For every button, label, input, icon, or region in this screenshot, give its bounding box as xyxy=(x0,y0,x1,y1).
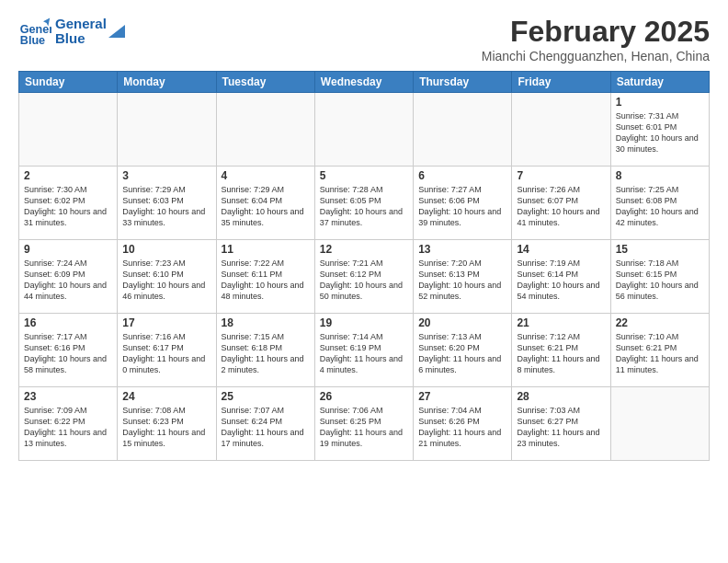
day-number: 4 xyxy=(222,169,310,182)
table-row: 17Sunrise: 7:16 AM Sunset: 6:17 PM Dayli… xyxy=(118,314,216,387)
day-number: 2 xyxy=(24,169,112,182)
day-content: Sunrise: 7:10 AM Sunset: 6:21 PM Dayligh… xyxy=(616,331,704,376)
day-number: 20 xyxy=(418,316,506,329)
day-content: Sunrise: 7:08 AM Sunset: 6:23 PM Dayligh… xyxy=(122,405,210,450)
day-number: 22 xyxy=(616,316,704,329)
day-number: 16 xyxy=(24,316,112,329)
day-number: 21 xyxy=(517,316,605,329)
day-number: 19 xyxy=(320,316,408,329)
table-row: 12Sunrise: 7:21 AM Sunset: 6:12 PM Dayli… xyxy=(314,240,413,314)
day-number: 27 xyxy=(418,390,506,403)
svg-text:Blue: Blue xyxy=(20,34,45,47)
day-content: Sunrise: 7:21 AM Sunset: 6:12 PM Dayligh… xyxy=(320,258,408,303)
col-tuesday: Tuesday xyxy=(216,72,314,93)
day-content: Sunrise: 7:29 AM Sunset: 6:03 PM Dayligh… xyxy=(122,184,210,229)
logo: General Blue General Blue xyxy=(18,15,125,48)
table-row xyxy=(216,93,314,167)
title-section: February 2025 Mianchi Chengguanzhen, Hen… xyxy=(482,15,710,63)
table-row xyxy=(19,93,118,167)
table-row: 19Sunrise: 7:14 AM Sunset: 6:19 PM Dayli… xyxy=(314,314,413,387)
col-thursday: Thursday xyxy=(414,72,512,93)
day-number: 10 xyxy=(122,243,210,256)
table-row: 27Sunrise: 7:04 AM Sunset: 6:26 PM Dayli… xyxy=(414,387,512,461)
day-number: 26 xyxy=(320,390,408,403)
day-content: Sunrise: 7:06 AM Sunset: 6:25 PM Dayligh… xyxy=(320,405,408,450)
day-number: 7 xyxy=(517,169,605,182)
header: General Blue General Blue February 2025 … xyxy=(18,15,710,63)
day-content: Sunrise: 7:25 AM Sunset: 6:08 PM Dayligh… xyxy=(616,184,704,229)
day-content: Sunrise: 7:30 AM Sunset: 6:02 PM Dayligh… xyxy=(24,184,112,229)
day-content: Sunrise: 7:07 AM Sunset: 6:24 PM Dayligh… xyxy=(222,405,310,450)
day-content: Sunrise: 7:04 AM Sunset: 6:26 PM Dayligh… xyxy=(418,405,506,450)
logo-triangle-icon xyxy=(108,17,125,38)
day-number: 11 xyxy=(222,243,310,256)
table-row xyxy=(414,93,512,167)
day-number: 8 xyxy=(616,169,704,182)
day-content: Sunrise: 7:23 AM Sunset: 6:10 PM Dayligh… xyxy=(122,258,210,303)
page: General Blue General Blue February 2025 … xyxy=(0,0,728,563)
day-content: Sunrise: 7:09 AM Sunset: 6:22 PM Dayligh… xyxy=(24,405,112,450)
table-row: 14Sunrise: 7:19 AM Sunset: 6:14 PM Dayli… xyxy=(512,240,610,314)
table-row: 10Sunrise: 7:23 AM Sunset: 6:10 PM Dayli… xyxy=(118,240,216,314)
table-row: 22Sunrise: 7:10 AM Sunset: 6:21 PM Dayli… xyxy=(610,314,709,387)
table-row xyxy=(314,93,413,167)
location: Mianchi Chengguanzhen, Henan, China xyxy=(482,49,710,63)
day-number: 25 xyxy=(222,390,310,403)
day-content: Sunrise: 7:15 AM Sunset: 6:18 PM Dayligh… xyxy=(222,331,310,376)
day-content: Sunrise: 7:24 AM Sunset: 6:09 PM Dayligh… xyxy=(24,258,112,303)
table-row: 15Sunrise: 7:18 AM Sunset: 6:15 PM Dayli… xyxy=(610,240,709,314)
day-content: Sunrise: 7:16 AM Sunset: 6:17 PM Dayligh… xyxy=(122,331,210,376)
table-row: 1Sunrise: 7:31 AM Sunset: 6:01 PM Daylig… xyxy=(610,93,709,167)
day-number: 14 xyxy=(517,243,605,256)
table-row: 21Sunrise: 7:12 AM Sunset: 6:21 PM Dayli… xyxy=(512,314,610,387)
day-content: Sunrise: 7:31 AM Sunset: 6:01 PM Dayligh… xyxy=(616,110,704,155)
table-row xyxy=(610,387,709,461)
table-row: 7Sunrise: 7:26 AM Sunset: 6:07 PM Daylig… xyxy=(512,167,610,240)
day-number: 28 xyxy=(517,390,605,403)
col-saturday: Saturday xyxy=(610,72,709,93)
calendar-table: Sunday Monday Tuesday Wednesday Thursday… xyxy=(18,71,710,461)
svg-marker-3 xyxy=(108,25,125,38)
day-content: Sunrise: 7:03 AM Sunset: 6:27 PM Dayligh… xyxy=(517,405,605,450)
day-content: Sunrise: 7:19 AM Sunset: 6:14 PM Dayligh… xyxy=(517,258,605,303)
col-wednesday: Wednesday xyxy=(314,72,413,93)
table-row xyxy=(512,93,610,167)
calendar-week-row: 2Sunrise: 7:30 AM Sunset: 6:02 PM Daylig… xyxy=(19,167,710,240)
calendar-week-row: 1Sunrise: 7:31 AM Sunset: 6:01 PM Daylig… xyxy=(19,93,710,167)
day-number: 1 xyxy=(616,96,704,109)
day-content: Sunrise: 7:17 AM Sunset: 6:16 PM Dayligh… xyxy=(24,331,112,376)
logo-blue: Blue xyxy=(55,31,107,47)
day-number: 13 xyxy=(418,243,506,256)
day-number: 6 xyxy=(418,169,506,182)
table-row: 25Sunrise: 7:07 AM Sunset: 6:24 PM Dayli… xyxy=(216,387,314,461)
month-title: February 2025 xyxy=(482,15,710,49)
logo-icon: General Blue xyxy=(18,15,51,48)
table-row: 3Sunrise: 7:29 AM Sunset: 6:03 PM Daylig… xyxy=(118,167,216,240)
day-number: 17 xyxy=(122,316,210,329)
table-row: 5Sunrise: 7:28 AM Sunset: 6:05 PM Daylig… xyxy=(314,167,413,240)
day-number: 9 xyxy=(24,243,112,256)
table-row: 28Sunrise: 7:03 AM Sunset: 6:27 PM Dayli… xyxy=(512,387,610,461)
day-number: 18 xyxy=(222,316,310,329)
calendar-week-row: 9Sunrise: 7:24 AM Sunset: 6:09 PM Daylig… xyxy=(19,240,710,314)
table-row: 23Sunrise: 7:09 AM Sunset: 6:22 PM Dayli… xyxy=(19,387,118,461)
table-row: 18Sunrise: 7:15 AM Sunset: 6:18 PM Dayli… xyxy=(216,314,314,387)
day-content: Sunrise: 7:27 AM Sunset: 6:06 PM Dayligh… xyxy=(418,184,506,229)
table-row: 26Sunrise: 7:06 AM Sunset: 6:25 PM Dayli… xyxy=(314,387,413,461)
table-row xyxy=(118,93,216,167)
col-sunday: Sunday xyxy=(19,72,118,93)
day-content: Sunrise: 7:28 AM Sunset: 6:05 PM Dayligh… xyxy=(320,184,408,229)
day-number: 5 xyxy=(320,169,408,182)
day-content: Sunrise: 7:29 AM Sunset: 6:04 PM Dayligh… xyxy=(222,184,310,229)
table-row: 8Sunrise: 7:25 AM Sunset: 6:08 PM Daylig… xyxy=(610,167,709,240)
col-monday: Monday xyxy=(118,72,216,93)
day-content: Sunrise: 7:13 AM Sunset: 6:20 PM Dayligh… xyxy=(418,331,506,376)
table-row: 9Sunrise: 7:24 AM Sunset: 6:09 PM Daylig… xyxy=(19,240,118,314)
day-content: Sunrise: 7:14 AM Sunset: 6:19 PM Dayligh… xyxy=(320,331,408,376)
table-row: 11Sunrise: 7:22 AM Sunset: 6:11 PM Dayli… xyxy=(216,240,314,314)
logo-general: General xyxy=(55,17,107,32)
table-row: 2Sunrise: 7:30 AM Sunset: 6:02 PM Daylig… xyxy=(19,167,118,240)
day-content: Sunrise: 7:12 AM Sunset: 6:21 PM Dayligh… xyxy=(517,331,605,376)
calendar-header-row: Sunday Monday Tuesday Wednesday Thursday… xyxy=(19,72,710,93)
day-number: 24 xyxy=(122,390,210,403)
